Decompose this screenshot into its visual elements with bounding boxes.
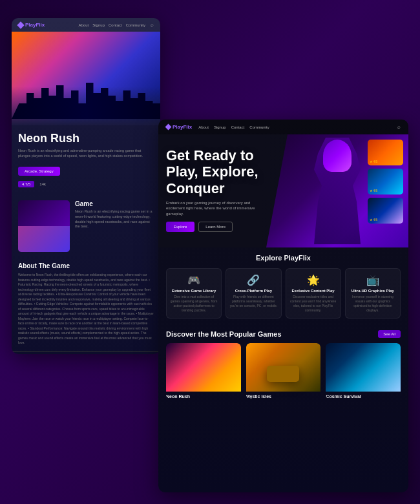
cosmic-survival-name: Cosmic Survival	[326, 394, 401, 399]
pf-logo-diamond	[165, 124, 172, 131]
game-description: Neon Rush is an electrifying and adrenal…	[18, 149, 154, 158]
feature-uhd-graphics: 📺 Ultra-HD Graphics Play Immerse yoursel…	[345, 268, 401, 319]
about-text: Welcome to Neon Rush, the thrilling titl…	[18, 273, 154, 346]
pf-search-icon[interactable]: ⌕	[397, 124, 401, 130]
hero-title-line1: Get Ready to	[166, 147, 269, 163]
game-title: Neon Rush	[18, 132, 154, 145]
right-playflix-card: PlayFlix About Signup Contact Community …	[158, 120, 408, 492]
rating-badge: 4.7/5	[18, 181, 34, 187]
learn-more-button[interactable]: Learn More	[198, 222, 233, 232]
pf-thumb-2-rating: ★ 4/5	[370, 189, 377, 193]
pf-hero-buttons: Explore Learn More	[166, 222, 269, 232]
pf-hero: Get Ready to Play, Explore, Conquer Emba…	[158, 134, 408, 247]
rating-row: 4.7/5 14k	[18, 181, 154, 187]
left-nav-links: About Signup Contact Community	[79, 23, 145, 27]
feature-2-desc: Play with friends on different platforms…	[229, 295, 277, 308]
game-card-mystic-isles[interactable]: Mystic Isles	[246, 343, 321, 399]
pf-games-grid: Neon Rush Mystic Isles Cosmic Survival	[166, 343, 401, 399]
pf-nav-signup[interactable]: Signup	[214, 125, 226, 129]
hero-title-line3: Conquer	[166, 180, 269, 196]
pf-explore-title: Explore PlayFlix	[166, 254, 401, 262]
nav-community[interactable]: Community	[126, 23, 145, 27]
cosmic-survival-image	[326, 343, 401, 392]
pf-hero-title: Get Ready to Play, Explore, Conquer	[166, 147, 269, 196]
play-button[interactable]: Arcade, Strategy	[18, 167, 60, 176]
city-silhouette	[12, 67, 160, 119]
pf-nav-about[interactable]: About	[198, 125, 209, 129]
uhd-graphics-icon: 📺	[349, 274, 397, 286]
game-card-title: Game	[75, 200, 154, 207]
likes-badge: 14k	[39, 182, 46, 186]
pf-logo: PlayFlix	[166, 124, 192, 130]
pf-thumb-1-rating: ★ 4/5	[370, 160, 377, 163]
game-card-neon-rush[interactable]: Neon Rush	[166, 343, 241, 399]
pf-popular-title: Discover the Most Popular Games	[166, 330, 282, 338]
pf-nav-contact[interactable]: Contact	[231, 125, 245, 129]
logo-diamond-icon	[17, 21, 24, 28]
nav-about[interactable]: About	[79, 23, 89, 27]
feature-cross-platform: 🔗 Cross-Platform Play Play with friends …	[226, 268, 281, 319]
neon-rush-image	[166, 343, 241, 392]
pf-thumb-1[interactable]: ★ 4/5	[368, 140, 403, 165]
about-title: About The Game	[18, 262, 154, 269]
feature-1-title: Extensive Game Library	[170, 289, 218, 293]
pf-hero-thumbnails: ★ 4/5 ★ 4/5 ★ 4/5	[368, 140, 403, 224]
neon-rush-name: Neon Rush	[166, 394, 241, 399]
game-card-desc: Neon Rush is an electrifying racing game…	[75, 209, 154, 229]
game-card-cosmic-survival[interactable]: Cosmic Survival	[326, 343, 401, 399]
left-game-card: PlayFlix About Signup Contact Community …	[12, 18, 160, 354]
feature-1-desc: Dive into a vast collection of games spa…	[170, 295, 218, 313]
feature-3-desc: Discover exclusive titles and content yo…	[289, 295, 337, 313]
nav-signup[interactable]: Signup	[92, 23, 105, 27]
about-section: About The Game Welcome to Neon Rush, the…	[12, 257, 160, 351]
game-library-icon: 🎮	[170, 274, 218, 286]
mystic-isles-image	[246, 343, 321, 392]
feature-4-desc: Immerse yourself in stunning visuals wit…	[349, 295, 397, 313]
pf-nav-links: About Signup Contact Community	[198, 125, 269, 129]
feature-2-title: Cross-Platform Play	[229, 289, 277, 293]
game-thumbnail-1	[18, 200, 70, 252]
nav-contact[interactable]: Contact	[109, 23, 122, 27]
left-logo: PlayFlix	[18, 22, 45, 28]
pf-thumb-3[interactable]: ★ 4/5	[368, 198, 403, 224]
left-search-icon[interactable]: ⌕	[151, 22, 154, 28]
pf-thumb-3-rating: ★ 4/5	[370, 218, 377, 222]
game-section: Game Neon Rush is an electrifying racing…	[12, 200, 160, 252]
feature-exclusive-content: 🌟 Exclusive Content Play Discover exclus…	[286, 268, 341, 319]
feature-3-title: Exclusive Content Play	[289, 289, 337, 293]
cross-platform-icon: 🔗	[229, 274, 277, 286]
exclusive-content-icon: 🌟	[289, 274, 337, 286]
mystic-isles-name: Mystic Isles	[246, 394, 321, 399]
pf-hero-content: Get Ready to Play, Explore, Conquer Emba…	[166, 147, 269, 232]
see-all-button[interactable]: See All	[378, 330, 401, 338]
feature-4-title: Ultra-HD Graphics Play	[349, 289, 397, 293]
pf-nav-community[interactable]: Community	[249, 125, 269, 129]
pf-features-grid: 🎮 Extensive Game Library Dive into a vas…	[166, 268, 401, 319]
pf-nav: PlayFlix About Signup Contact Community …	[158, 120, 408, 134]
system-requirements-section: System Requirements Minimum System Requi…	[12, 351, 160, 354]
pf-thumb-2[interactable]: ★ 4/5	[368, 169, 403, 194]
pf-popular-header: Discover the Most Popular Games See All	[166, 330, 401, 338]
warrior-helmet	[323, 140, 352, 172]
pf-hero-subtitle: Embark on your gaming journey of discove…	[166, 200, 269, 216]
pf-popular-section: Discover the Most Popular Games See All …	[158, 325, 408, 404]
left-nav: PlayFlix About Signup Contact Community …	[12, 18, 160, 32]
left-game-content: Neon Rush Neon Rush is an electrifying a…	[12, 125, 160, 200]
pf-explore-section: Explore PlayFlix 🎮 Extensive Game Librar…	[158, 247, 408, 325]
feature-game-library: 🎮 Extensive Game Library Dive into a vas…	[166, 268, 222, 319]
explore-button[interactable]: Explore	[166, 222, 194, 232]
hero-title-line2: Play, Explore,	[166, 163, 269, 180]
left-hero-image	[12, 32, 160, 125]
